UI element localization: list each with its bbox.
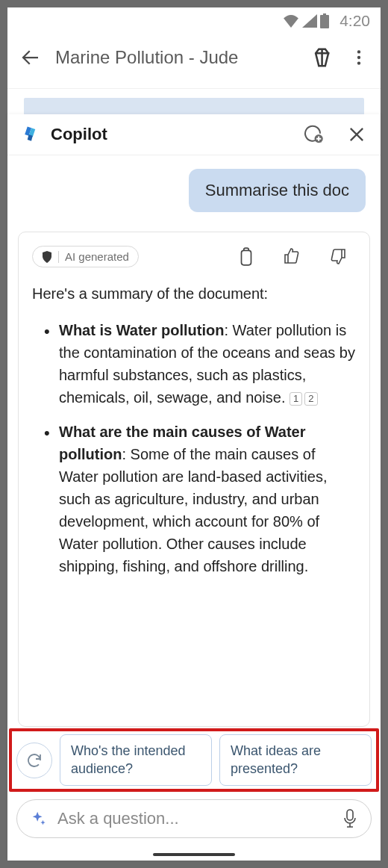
wifi-icon — [283, 14, 299, 28]
thumbs-down-icon[interactable] — [329, 247, 347, 265]
svg-point-2 — [357, 50, 360, 53]
bullet-title: What is Water pollution — [59, 322, 224, 338]
thumbs-up-icon[interactable] — [283, 247, 301, 265]
sparkle-icon — [31, 810, 47, 827]
svg-point-4 — [357, 61, 360, 64]
suggestion-chip-ideas[interactable]: What ideas are presented? — [219, 734, 372, 786]
shield-icon — [42, 251, 52, 263]
input-placeholder: Ask a question... — [57, 809, 332, 828]
signal-icon — [302, 14, 317, 28]
copilot-header: Copilot — [7, 114, 381, 155]
svg-rect-0 — [320, 15, 329, 28]
user-message-bubble: Summarise this doc — [189, 169, 366, 212]
ai-response-card: AI generated Here's a summary of the doc… — [18, 232, 370, 727]
back-arrow-icon[interactable] — [19, 46, 42, 69]
suggestion-chip-audience[interactable]: Who's the intended audience? — [60, 734, 212, 786]
ai-generated-badge[interactable]: AI generated — [32, 246, 139, 267]
response-intro-text: Here's a summary of the document: — [32, 285, 356, 303]
status-bar: 4:20 — [7, 7, 381, 34]
document-preview-strip — [24, 98, 364, 114]
new-chat-icon[interactable] — [301, 123, 324, 146]
citation-chip[interactable]: 1 — [290, 392, 302, 406]
refresh-icon — [25, 751, 43, 769]
document-title: Marine Pollution - Jude — [55, 47, 297, 68]
copy-icon[interactable] — [238, 247, 254, 267]
refresh-suggestions-button[interactable] — [16, 743, 52, 778]
close-icon[interactable] — [346, 124, 367, 145]
ai-badge-label: AI generated — [65, 250, 129, 263]
svg-point-3 — [357, 56, 360, 59]
microphone-icon[interactable] — [342, 809, 357, 828]
copilot-title: Copilot — [51, 125, 292, 144]
svg-rect-1 — [323, 13, 326, 15]
home-indicator[interactable] — [153, 853, 235, 856]
svg-rect-7 — [347, 810, 353, 820]
ai-badge-divider — [58, 251, 59, 263]
bullet-body: : Some of the main causes of Water pollu… — [59, 446, 327, 574]
app-header: Marine Pollution - Jude — [7, 34, 381, 89]
citation-chip[interactable]: 2 — [304, 392, 317, 406]
status-time: 4:20 — [340, 12, 370, 30]
chat-input[interactable]: Ask a question... — [16, 799, 372, 838]
copilot-header-icon[interactable] — [310, 45, 336, 70]
more-menu-icon[interactable] — [349, 48, 369, 67]
summary-bullet: What is Water pollution: Water pollution… — [47, 319, 356, 409]
copilot-logo-icon — [21, 124, 42, 145]
summary-bullet: What are the main causes of Water pollut… — [47, 421, 356, 577]
battery-icon — [320, 13, 329, 28]
svg-rect-6 — [242, 250, 251, 265]
